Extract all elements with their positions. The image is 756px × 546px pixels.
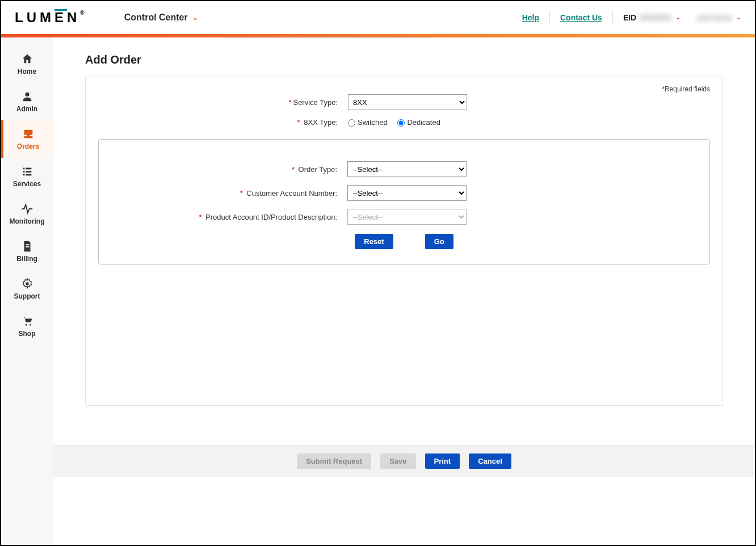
service-type-label: *Service Type: [98,98,348,107]
sidebar-item-services[interactable]: Services [1,158,53,195]
eid-value: 0000000 [640,13,671,22]
reset-button[interactable]: Reset [355,234,393,249]
chevron-down-icon: ⌄ [736,14,741,21]
svg-point-0 [25,93,29,96]
customer-account-label: * Customer Account Number: [106,189,347,198]
order-card: *Required fields *Service Type: 8XX * 8X… [85,77,723,406]
divider [549,11,550,24]
top-header: LUMEN® Control Center ⌄ Help Contact Us … [1,1,755,34]
svg-rect-8 [26,246,29,247]
svg-rect-4 [26,171,31,173]
contact-us-link[interactable]: Contact Us [560,13,602,22]
svg-rect-2 [26,168,31,170]
svg-rect-5 [23,174,24,176]
help-link[interactable]: Help [522,13,539,22]
radio-switched-label[interactable]: Switched [348,118,388,127]
chevron-down-icon: ⌄ [192,14,198,22]
8xx-type-label: * 8XX Type: [98,118,348,127]
chevron-down-icon: ⌄ [675,14,681,21]
user-name: username [696,13,732,22]
order-type-label: * Order Type: [106,165,347,174]
sidebar-item-billing[interactable]: Billing [1,233,53,270]
user-dropdown[interactable]: username ⌄ [693,13,741,22]
svg-rect-6 [26,174,31,176]
sidebar-item-shop[interactable]: Shop [1,308,53,345]
sidebar-item-label: Admin [16,105,37,113]
svg-rect-1 [23,168,24,170]
save-button: Save [380,453,415,469]
eid-dropdown[interactable]: EID 0000000 ⌄ [623,13,681,22]
radio-dedicated[interactable] [397,119,405,127]
sidebar: Home Admin Orders Services Monitoring Bi… [1,37,53,545]
activity-icon [21,203,33,215]
main-content: Add Order *Required fields *Service Type… [53,37,755,545]
row-order-type: * Order Type: --Select-- [106,161,703,177]
sidebar-item-orders[interactable]: Orders [1,120,53,158]
sidebar-item-admin[interactable]: Admin [1,83,53,120]
order-details-box: * Order Type: --Select-- * Customer Acco… [98,139,710,264]
app-switcher[interactable]: Control Center ⌄ [124,12,198,23]
sidebar-item-label: Services [13,180,41,188]
radio-switched[interactable] [348,119,355,127]
order-type-select[interactable]: --Select-- [347,161,467,177]
svg-rect-3 [23,171,24,173]
radio-dedicated-label[interactable]: Dedicated [397,118,440,127]
required-fields-note: *Required fields [662,85,710,93]
invoice-icon [21,240,33,253]
svg-point-9 [26,282,29,285]
sidebar-item-label: Home [18,68,36,75]
sidebar-item-label: Orders [17,142,39,150]
sidebar-item-monitoring[interactable]: Monitoring [1,195,53,233]
product-account-label: * Product Account ID/Product Description… [106,213,347,221]
logo: LUMEN® [15,10,85,26]
row-service-type: *Service Type: 8XX [98,94,710,110]
product-account-select[interactable]: --Select-- [347,209,467,225]
go-button[interactable]: Go [425,234,453,249]
customer-account-select[interactable]: --Select-- [347,185,467,201]
sidebar-item-label: Shop [19,330,36,338]
eid-label: EID [623,13,636,22]
sidebar-item-home[interactable]: Home [1,45,53,83]
user-icon [21,90,33,103]
sidebar-item-label: Billing [16,255,37,263]
sidebar-item-label: Monitoring [10,217,45,225]
row-product-account: * Product Account ID/Product Description… [106,209,703,225]
divider [612,11,613,24]
svg-point-10 [25,324,27,326]
row-8xx-type: * 8XX Type: Switched Dedicated [98,118,710,127]
submit-request-button: Submit Request [297,453,371,469]
cancel-button[interactable]: Cancel [469,453,511,469]
svg-point-11 [30,324,31,326]
footer-action-bar: Submit Request Save Print Cancel [53,445,755,477]
sidebar-item-label: Support [14,292,40,300]
sidebar-item-support[interactable]: Support [1,270,53,308]
inner-button-row: Reset Go [106,234,703,249]
print-button[interactable]: Print [425,453,460,469]
app-title-label: Control Center [124,12,188,23]
page-title: Add Order [85,53,723,66]
list-icon [21,165,33,178]
home-icon [21,53,33,65]
svg-rect-7 [26,244,29,245]
gear-icon [21,278,33,290]
inbox-icon [22,128,35,140]
cart-icon [21,315,33,327]
service-type-select[interactable]: 8XX [348,94,467,110]
row-customer-account: * Customer Account Number: --Select-- [106,185,703,201]
